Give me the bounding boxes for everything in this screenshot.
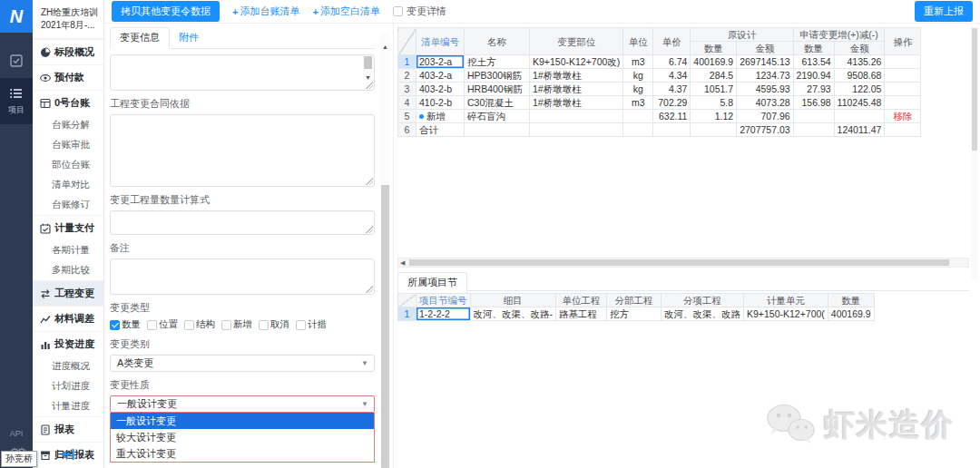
sidebar-item-计划进度[interactable]: 计划进度 [33,376,103,396]
col-header-分项工程[interactable]: 分项工程 [662,294,744,307]
resubmit-button[interactable]: 重新上报 [915,1,973,22]
sidebar-item-部位台账[interactable]: 部位台账 [33,155,103,175]
table-cell[interactable]: K9+150-K12+700改) [530,55,623,69]
table-cell[interactable] [530,110,623,123]
table-cell[interactable]: C30混凝土 [465,96,530,110]
table-cell[interactable] [885,96,921,110]
remark-textarea[interactable] [110,258,375,295]
table-cell[interactable]: 156.98 [793,96,834,110]
col-header-change-part[interactable]: 变更部位 [530,28,623,55]
table-cell[interactable]: 27.93 [793,83,834,96]
table-cell[interactable]: K9+150-K12+700( [744,307,828,321]
table-cell[interactable]: 4135.26 [834,55,885,69]
textarea-scrollbar[interactable]: ▼ [363,56,373,81]
exit-icon[interactable] [61,448,75,463]
sidebar-item-计量进度[interactable]: 计量进度 [33,396,103,416]
table-cell[interactable]: 400169.9 [691,55,737,69]
table-cell[interactable]: 2190.94 [793,69,834,83]
sidebar-item-进度概况[interactable]: 进度概况 [33,356,103,376]
table-cell[interactable]: 9508.68 [834,69,885,83]
table-cell[interactable]: 410-2-b [416,96,465,110]
table-cell[interactable] [465,123,530,137]
col-header-分部工程[interactable]: 分部工程 [607,294,662,307]
table-cell[interactable] [691,123,737,137]
checkbox-新增[interactable]: 新增 [221,318,252,331]
resize-grip-icon[interactable] [366,178,373,185]
col-header-unit[interactable]: 单位 [623,28,653,55]
table-cell[interactable]: 1#桥墩墩柱 [530,83,623,96]
row-number[interactable]: 2 [398,69,416,83]
table-cell[interactable]: 合计 [416,123,465,137]
table-cell[interactable]: 路基工程 [556,307,607,321]
add-ledger-list-button[interactable]: +添加台账清单 [232,5,299,18]
rail-item-project[interactable]: 项目 [0,78,33,124]
sidebar-item-计量支付[interactable]: 计量支付 [33,215,103,240]
col-header-单位工程[interactable]: 单位工程 [556,294,607,307]
table-cell[interactable]: 110245.48 [834,96,885,110]
table-cell[interactable] [653,123,691,137]
col-header-项目节编号[interactable]: 项目节编号 [416,294,471,307]
col-header-unit-price[interactable]: 单价 [653,28,691,55]
api-link[interactable]: API [10,429,24,438]
col-header-计量单元[interactable]: 计量单元 [744,294,828,307]
table-cell[interactable]: 挖土方 [465,55,530,69]
table-cell[interactable]: 4.37 [653,83,691,96]
table-horizontal-scrollbar[interactable]: ◀ [397,258,969,268]
checkbox-数量[interactable]: 数量 [110,318,141,331]
resize-grip-icon[interactable] [366,226,373,233]
row-number[interactable]: 3 [398,83,416,96]
tab-change-info[interactable]: 变更信息 [110,27,170,49]
table-cell[interactable]: 6.74 [653,55,691,69]
table-cell[interactable] [885,83,921,96]
table-cell[interactable] [793,110,834,123]
table-cell[interactable] [793,123,834,137]
checkbox-位置[interactable]: 位置 [147,318,178,331]
table-cell[interactable]: m3 [623,96,653,110]
sidebar-item-材料调差[interactable]: 材料调差 [33,306,103,331]
col-header-数量[interactable]: 数量 [828,294,874,307]
table-cell[interactable]: 1-2-2-2 [416,307,471,321]
sidebar-item-多期比较[interactable]: 多期比较 [33,260,103,280]
sidebar-item-报表[interactable]: 报表 [33,416,103,442]
change-detail-checkbox[interactable]: 变更详情 [393,5,446,18]
app-logo[interactable]: N [0,0,33,33]
dropdown-option-较大设计变更[interactable]: 较大设计变更 [111,429,374,445]
table-cell[interactable]: kg [623,69,653,83]
col-header-细目[interactable]: 细目 [470,294,556,307]
tab-attachments[interactable]: 附件 [170,28,208,48]
resize-grip-icon[interactable] [366,82,373,89]
sidebar-item-台账修订[interactable]: 台账修订 [33,195,103,215]
table-cell[interactable]: 122.05 [834,83,885,96]
table-cell[interactable]: 1.12 [691,110,737,123]
checkbox-结构[interactable]: 结构 [184,318,215,331]
table-cell[interactable]: 1#桥墩墩柱 [530,69,623,83]
checkbox-取消[interactable]: 取消 [259,318,289,331]
scrollbar-thumb[interactable] [972,28,977,151]
table-cell[interactable] [623,123,653,137]
table-cell[interactable]: 632.11 [653,110,691,123]
col-header-req-amount[interactable]: 金额 [834,42,885,55]
table-cell[interactable]: 改河、改渠、改路- [470,307,556,321]
row-number[interactable]: 4 [398,96,416,110]
table-cell[interactable]: 707.96 [737,110,793,123]
table-cell[interactable]: 2697145.13 [737,55,793,69]
row-number[interactable]: 1 [398,55,416,69]
sidebar-item-预付款[interactable]: 预付款 [33,64,103,90]
scroll-up-icon[interactable]: ▲ [380,44,390,50]
resize-grip-icon[interactable] [366,286,373,293]
form-scrollbar[interactable]: ▲ [380,33,390,468]
sidebar-item-台账审批[interactable]: 台账审批 [33,135,103,155]
table-cell[interactable]: HPB300钢筋 [465,69,530,83]
sidebar-item-标段概况[interactable]: 标段概况 [33,39,103,64]
table-cell[interactable]: 2707757.03 [737,123,793,137]
table-cell[interactable]: 613.54 [793,55,834,69]
scrollbar-thumb[interactable] [409,259,949,266]
sidebar-item-各期计量[interactable]: 各期计量 [33,240,103,260]
table-cell[interactable]: 4073.28 [737,96,793,110]
table-cell[interactable]: HRB400钢筋 [465,83,530,96]
table-cell[interactable] [623,110,653,123]
row-number[interactable]: 5 [398,110,416,123]
table-cell[interactable]: 400169.9 [828,307,874,321]
table-cell[interactable] [530,123,623,137]
sidebar-item-台账分解[interactable]: 台账分解 [33,115,103,135]
